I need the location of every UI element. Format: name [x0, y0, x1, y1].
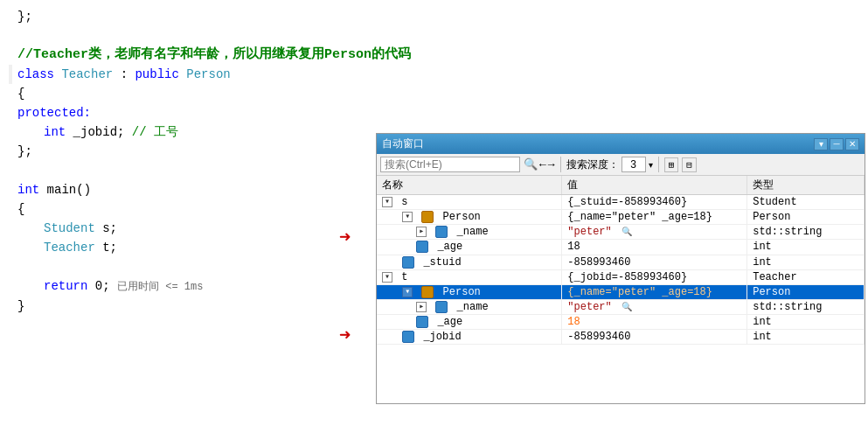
depth-dropdown-icon[interactable]: ▾ — [649, 160, 653, 170]
field-icon — [435, 301, 448, 313]
back-arrow-icon[interactable]: ← — [539, 158, 546, 171]
var-name: t — [401, 271, 407, 283]
code-line: protected: — [17, 103, 868, 122]
search-icon[interactable]: 🔍 — [524, 157, 538, 171]
separator2 — [658, 157, 659, 172]
expand-icon[interactable]: ▾ — [382, 197, 392, 207]
search-controls: 🔍 ← → — [524, 157, 555, 171]
depth-label: 搜索深度： — [566, 157, 619, 172]
pin-button[interactable]: ▾ — [814, 138, 828, 150]
separator — [560, 157, 561, 172]
toggle-button[interactable]: ⊞ — [664, 157, 679, 172]
table-row[interactable]: ▾ Person {_name="peter" _age=18} Person — [377, 210, 865, 225]
settings-button[interactable]: ⊟ — [682, 157, 697, 172]
search-result-icon[interactable]: 🔍 — [621, 303, 632, 312]
close-button[interactable]: ✕ — [845, 138, 859, 150]
titlebar: 自动窗口 ▾ ─ ✕ — [377, 134, 865, 154]
search-input[interactable] — [385, 158, 516, 171]
col-name-header: 名称 — [377, 176, 562, 195]
field-icon — [402, 256, 414, 269]
var-name: _age — [437, 241, 462, 254]
code-line: { — [17, 84, 868, 103]
depth-control: 搜索深度： ▾ — [566, 157, 653, 172]
window-title: 自动窗口 — [382, 136, 424, 151]
expand-icon[interactable]: ▾ — [382, 272, 392, 283]
table-row[interactable]: ▸ _name "peter" 🔍 std::string — [377, 225, 865, 240]
arrow2: ➜ — [339, 324, 351, 347]
table-row[interactable]: _jobid -858993460 int — [377, 330, 865, 345]
table-row[interactable]: _stuid -858993460 int — [377, 255, 865, 269]
toolbar: 🔍 ← → 搜索深度： ▾ ⊞ ⊟ — [377, 154, 865, 176]
titlebar-buttons: ▾ ─ ✕ — [814, 138, 859, 150]
field-icon — [435, 226, 448, 238]
col-value-header: 值 — [562, 176, 747, 195]
field-icon — [416, 241, 428, 253]
table-row[interactable]: _age 18 int — [377, 315, 865, 330]
code-line — [17, 26, 868, 45]
minimize-button[interactable]: ─ — [830, 138, 844, 150]
expand-icon[interactable]: ▸ — [416, 227, 427, 237]
search-result-icon[interactable]: 🔍 — [621, 227, 632, 237]
depth-input[interactable] — [621, 157, 646, 172]
var-name: _stuid — [423, 256, 461, 269]
expand-icon[interactable]: ▾ — [402, 287, 413, 297]
table-row[interactable]: ▸ _name "peter" 🔍 std::string — [377, 299, 865, 314]
table-row-selected[interactable]: ▾ Person {_name="peter" _age=18} Person — [377, 284, 865, 299]
var-name: _name — [457, 226, 489, 238]
table-row[interactable]: _age 18 int — [377, 240, 865, 255]
auto-window: 自动窗口 ▾ ─ ✕ 🔍 ← → 搜索深度： ▾ ⊞ ⊟ — [376, 133, 865, 404]
field-icon — [402, 331, 414, 343]
var-name: _age — [437, 316, 462, 328]
table-row[interactable]: ▾ s {_stuid=-858993460} Student — [377, 195, 865, 210]
search-box[interactable] — [380, 157, 520, 172]
debug-table: 名称 值 类型 ▾ s {_stuid=-858993460} Student — [377, 176, 865, 403]
code-line-comment: //Teacher类，老师有名字和年龄，所以用继承复用Person的代码 — [17, 45, 868, 65]
expand-icon[interactable]: ▸ — [416, 302, 427, 312]
var-name: Person — [443, 211, 481, 223]
var-name: s — [401, 196, 407, 208]
table-header: 名称 值 类型 — [377, 176, 865, 195]
code-line: }; — [17, 7, 868, 26]
col-type-header: 类型 — [747, 176, 865, 195]
field-icon — [416, 316, 428, 328]
table-row[interactable]: ▾ t {_jobid=-858993460} Teacher — [377, 269, 865, 284]
var-name: _name — [457, 301, 489, 313]
expand-icon[interactable]: ▾ — [402, 212, 413, 222]
code-line: class Teacher : public Person — [17, 65, 868, 84]
variables-table: 名称 值 类型 ▾ s {_stuid=-858993460} Student — [377, 176, 865, 345]
obj-icon — [421, 286, 434, 298]
forward-arrow-icon[interactable]: → — [548, 158, 555, 171]
arrow1: ➜ — [339, 226, 351, 249]
var-name: Person — [443, 286, 481, 298]
var-name: _jobid — [423, 331, 461, 343]
obj-icon — [421, 211, 434, 223]
